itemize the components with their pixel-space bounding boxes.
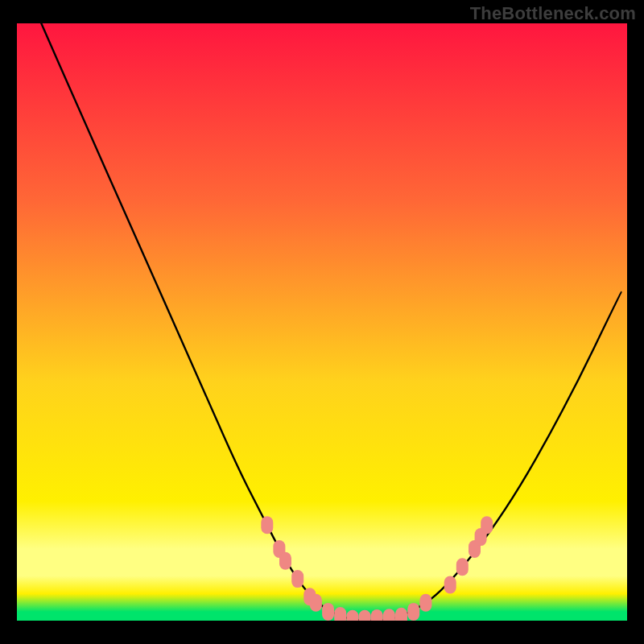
data-marker: [419, 594, 431, 612]
data-marker: [334, 607, 346, 625]
data-marker: [279, 552, 291, 570]
data-marker: [359, 610, 371, 628]
data-marker: [371, 609, 383, 627]
data-marker: [383, 609, 395, 626]
data-marker: [322, 603, 334, 621]
data-marker: [444, 576, 456, 594]
chart-svg: [0, 0, 644, 644]
data-marker: [261, 516, 273, 534]
data-marker: [407, 603, 419, 621]
data-marker: [346, 610, 358, 628]
data-marker: [481, 516, 493, 534]
data-marker: [395, 608, 407, 625]
data-marker: [310, 594, 322, 612]
plot-background: [17, 23, 627, 621]
chart-stage: TheBottleneck.com: [0, 0, 644, 644]
data-marker: [456, 558, 469, 576]
data-marker: [291, 570, 303, 588]
